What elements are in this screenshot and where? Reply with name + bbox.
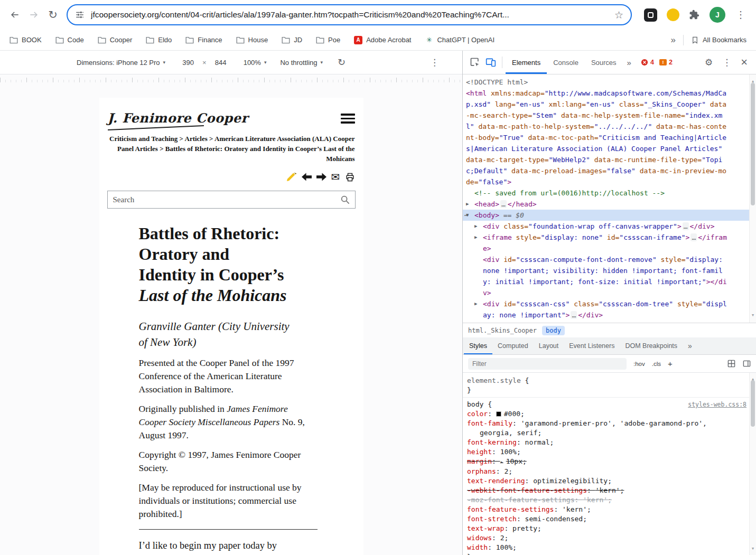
dom-tree-node[interactable]: ▶<div id="cssscan-buttons" style="displa… xyxy=(463,321,756,323)
css-property[interactable]: font-kerning: normal; xyxy=(467,438,724,447)
devtools-menu-icon[interactable]: ⋮ xyxy=(722,58,731,67)
styles-filter-input[interactable] xyxy=(468,358,627,370)
dom-tree-node[interactable]: <!DOCTYPE html> xyxy=(463,77,756,88)
bookmark-item[interactable]: JD xyxy=(282,36,302,44)
all-bookmarks-button[interactable]: All Bookmarks xyxy=(691,36,746,44)
stylesheet-source-link[interactable]: styles-web.css:8 xyxy=(688,400,746,409)
css-rule-selector[interactable]: body xyxy=(467,400,483,408)
css-property[interactable]: text-wrap: pretty; xyxy=(467,524,724,533)
zoom-selector[interactable]: 100% ▾ xyxy=(244,59,267,67)
print-icon[interactable] xyxy=(345,172,355,182)
email-icon[interactable]: ✉ xyxy=(331,172,340,182)
url-bar[interactable]: jfcoopersociety.org/content/04-crit/arti… xyxy=(67,4,632,25)
more-tabs-chevron[interactable]: » xyxy=(623,58,636,67)
back-button[interactable] xyxy=(5,5,24,24)
dom-tree-node[interactable]: <!-- saved from url=(0016)http://localho… xyxy=(463,187,756,199)
css-property[interactable]: font-family: 'garamond-premier-pro', 'ad… xyxy=(467,419,724,438)
expand-arrow-icon[interactable]: ▶ xyxy=(474,221,477,232)
extensions-puzzle-icon[interactable] xyxy=(689,10,699,20)
scroll-down-icon[interactable]: ▼ xyxy=(750,544,756,553)
css-property[interactable]: font-stretch: semi-condensed; xyxy=(467,514,724,524)
scrollbar-thumb[interactable] xyxy=(751,380,755,427)
dom-tree-node[interactable]: ▶<div class="foundation-wrap off-canvas-… xyxy=(463,221,756,232)
expand-arrow-icon[interactable]: ▶ xyxy=(474,321,477,323)
extension-icon-dark[interactable] xyxy=(644,8,657,22)
highlighter-icon[interactable] xyxy=(286,173,297,182)
next-topic-icon[interactable] xyxy=(316,173,326,181)
inline-style-rule[interactable]: element.style { } xyxy=(463,376,756,398)
device-toolbar-toggle-icon[interactable] xyxy=(483,54,499,70)
css-property[interactable]: -moz-font-feature-settings: 'kern'; xyxy=(467,495,724,505)
hamburger-menu-icon[interactable] xyxy=(341,114,355,124)
dom-tree-node[interactable]: ▶<head>…</head> xyxy=(463,199,756,210)
expand-arrow-icon[interactable]: ▶ xyxy=(474,232,477,243)
inspect-element-icon[interactable] xyxy=(467,54,483,70)
bookmark-item[interactable]: Cooper xyxy=(98,36,133,44)
scroll-down-icon[interactable]: ▼ xyxy=(750,310,756,321)
css-property[interactable]: text-rendering: optimizelegibility; xyxy=(467,476,724,486)
tune-icon[interactable] xyxy=(75,10,85,20)
element-class-toggle[interactable]: .cls xyxy=(652,361,661,367)
breadcrumb[interactable]: Criticism and Teaching > Articles > Amer… xyxy=(108,134,355,164)
settings-gear-icon[interactable]: ⚙ xyxy=(705,58,713,67)
devtools-close-icon[interactable]: × xyxy=(741,57,748,68)
browser-menu-icon[interactable]: ⋮ xyxy=(731,9,751,21)
search-input[interactable] xyxy=(113,195,340,204)
shorthand-expander-icon[interactable]: ▸ xyxy=(500,459,503,465)
device-selector[interactable]: Dimensions: iPhone 12 Pro ▾ xyxy=(77,59,165,67)
css-property[interactable]: width: 100%; xyxy=(467,543,724,552)
bookmark-item[interactable]: Eldo xyxy=(146,36,172,44)
styles-scrollbar[interactable]: ▲ ▼ xyxy=(749,373,756,555)
bookmark-item[interactable]: Finance xyxy=(185,36,222,44)
bookmark-item[interactable]: House xyxy=(236,36,268,44)
previous-topic-icon[interactable] xyxy=(302,173,312,181)
devtools-tab-console[interactable]: Console xyxy=(547,51,585,74)
throttling-selector[interactable]: No throttling ▾ xyxy=(280,59,323,67)
styles-tab-styles[interactable]: Styles xyxy=(464,337,492,354)
css-property[interactable]: -webkit-font-feature-settings: 'kern'; xyxy=(467,486,724,495)
computed-grid-icon[interactable] xyxy=(727,360,735,368)
viewport-width-field[interactable]: 390 xyxy=(179,59,197,67)
elements-scrollbar[interactable]: ▲ ▼ xyxy=(749,74,756,323)
scrollbar-thumb[interactable] xyxy=(751,83,755,205)
reload-button[interactable]: ↻ xyxy=(43,5,62,24)
expand-arrow-icon[interactable]: ▶ xyxy=(474,298,477,309)
bookmark-star-icon[interactable]: ☆ xyxy=(614,10,623,20)
styles-tab-dom-breakpoints[interactable]: DOM Breakpoints xyxy=(620,337,683,354)
rotate-viewport-icon[interactable]: ↻ xyxy=(338,58,346,67)
bookmark-item[interactable]: ✳ChatGPT | OpenAI xyxy=(425,36,494,44)
viewport-height-field[interactable]: 844 xyxy=(212,59,230,67)
css-property[interactable]: margin: ▸10px; xyxy=(467,457,724,467)
issues-badge[interactable]: ! 2 xyxy=(659,59,673,66)
bookmark-item[interactable]: BOOK xyxy=(10,36,42,44)
devtools-tab-elements[interactable]: Elements xyxy=(506,51,547,74)
forward-button[interactable] xyxy=(24,5,43,24)
bookmark-item[interactable]: AAdobe Acrobat xyxy=(354,36,411,44)
dom-tree-node[interactable]: ▶<div id="cssscan-css" class="cssscan-do… xyxy=(463,298,756,321)
styles-tab-event-listeners[interactable]: Event Listeners xyxy=(564,337,620,354)
new-style-rule-button[interactable]: + xyxy=(668,359,673,368)
dom-tree-node[interactable]: <div id="cssscan-compute-font-dont-remov… xyxy=(463,254,756,298)
site-logo[interactable]: J. Fenimore Cooper xyxy=(108,110,248,128)
bookmark-item[interactable]: Code xyxy=(55,36,84,44)
dom-tree-node[interactable]: <html xmlns:madcap="http://www.madcapsof… xyxy=(463,88,756,187)
css-property[interactable]: height: 100%; xyxy=(467,447,724,457)
dom-tree-node[interactable]: ⋯▼<body> == $0 xyxy=(463,210,756,221)
styles-tab-computed[interactable]: Computed xyxy=(492,337,534,354)
body-style-rule[interactable]: body { styles-web.css:8 color: #000;font… xyxy=(463,400,756,555)
dom-tree-node[interactable]: ▶<iframe style="display: none" id="csssc… xyxy=(463,232,756,254)
css-property[interactable]: widows: 2; xyxy=(467,533,724,543)
device-toolbar-menu-icon[interactable]: ⋮ xyxy=(430,57,439,68)
expand-arrow-icon[interactable]: ▶ xyxy=(466,199,469,210)
css-property[interactable]: font-feature-settings: 'kern'; xyxy=(467,505,724,514)
collapse-arrow-icon[interactable]: ▼ xyxy=(466,210,469,221)
devtools-tab-sources[interactable]: Sources xyxy=(585,51,623,74)
sidebar-panel-icon[interactable] xyxy=(743,360,751,368)
search-icon[interactable] xyxy=(340,195,350,204)
dom-crumb[interactable]: body xyxy=(542,326,565,335)
extension-icon-yellow[interactable] xyxy=(667,8,679,21)
more-styles-tabs-chevron[interactable]: » xyxy=(683,342,697,350)
bookmarks-overflow-chevron[interactable]: » xyxy=(670,35,675,45)
pseudo-state-toggle[interactable]: :hov xyxy=(633,361,645,367)
styles-tab-layout[interactable]: Layout xyxy=(534,337,564,354)
